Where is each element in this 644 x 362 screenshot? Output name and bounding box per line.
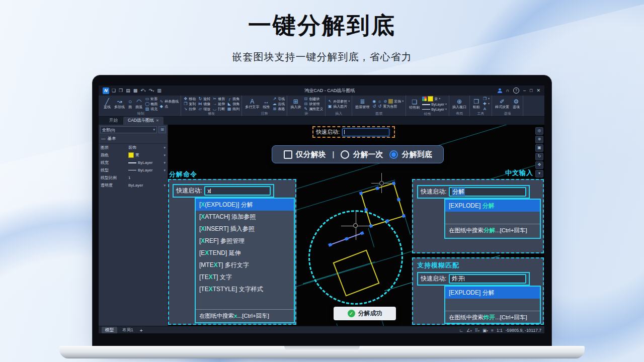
prop-row-ltscale[interactable]: 线型比例 1 xyxy=(99,174,168,182)
save-icon[interactable]: ▤ xyxy=(125,85,131,96)
steering-wheel-icon[interactable]: ◎ xyxy=(535,127,543,135)
mtext-button[interactable]: A多行文字 xyxy=(244,98,260,109)
panel-settings-icon[interactable]: ⊞ xyxy=(158,126,166,133)
match-properties-button[interactable]: ❏特性刷 xyxy=(408,99,421,110)
tool-find-button[interactable]: A xyxy=(482,107,490,111)
options-button[interactable]: ⚙选项 xyxy=(512,98,521,109)
viewbox-icon[interactable]: ▣ xyxy=(535,144,543,152)
zoom-icon[interactable]: ⊕ xyxy=(535,136,543,143)
prop-row-lineweight[interactable]: 线宽 ByLayer ▾ xyxy=(99,159,168,166)
list-item[interactable]: [MTEXT] 多行文字 xyxy=(196,259,294,271)
fillet-button[interactable]: ╭圆角 xyxy=(227,97,239,101)
block-manage-button[interactable]: ⊟块管理 xyxy=(303,102,323,106)
list-item[interactable]: [EXPLODE] 分解 xyxy=(445,287,540,299)
add-layout-button[interactable]: + xyxy=(138,328,144,333)
copy-button[interactable]: ❐复制 xyxy=(183,102,196,106)
table-button[interactable]: ⊞表格 xyxy=(272,107,285,111)
spline-button[interactable]: ∿样条曲线 xyxy=(159,99,179,104)
trim-button[interactable]: ✂修剪 xyxy=(212,97,225,101)
insert-image-button[interactable]: ▣插入图片 xyxy=(328,104,350,109)
prop-row-linetype[interactable]: 线型 ByLayer ▾ xyxy=(99,166,168,174)
close-tab-icon[interactable]: ✕ xyxy=(156,119,159,123)
support-headset-icon[interactable]: ∩ xyxy=(506,88,509,93)
paste-button[interactable]: ❒粘贴 xyxy=(472,98,481,109)
list-item[interactable]: [XINSERT] 插入参照 xyxy=(196,223,294,235)
scale-indicator[interactable]: 1:1 xyxy=(497,328,503,333)
grip-handle[interactable] xyxy=(397,198,400,201)
command-input[interactable]: 炸开 xyxy=(449,274,526,284)
grip-handle[interactable] xyxy=(359,192,363,195)
undo-icon[interactable]: ↶▾ xyxy=(140,85,146,96)
list-item[interactable]: [EXTEND] 延伸 xyxy=(196,247,294,259)
redo-icon[interactable]: ↷▾ xyxy=(148,85,155,96)
chamfer-button[interactable]: ◣倒角 xyxy=(227,102,239,106)
drawing-canvas[interactable]: 快速启动: 仅分解块 | 分解一次 xyxy=(168,125,544,326)
close-button[interactable]: ✕ xyxy=(536,88,540,93)
option-explode-once[interactable]: 分解一次 xyxy=(341,150,383,159)
save-as-icon[interactable]: ▩ xyxy=(133,85,138,96)
create-block-button[interactable]: ⊡创建块 xyxy=(303,97,323,101)
print-icon[interactable]: ▥ xyxy=(156,85,162,96)
point-button[interactable]: ◆点 xyxy=(159,104,179,109)
line-button[interactable]: ╱直线 xyxy=(103,98,112,109)
leader-button[interactable]: ↗引线 xyxy=(272,97,285,101)
insert-block-button[interactable]: ⊞插入块 xyxy=(289,98,302,109)
open-file-icon[interactable]: ❐ xyxy=(118,85,123,96)
hatch-button[interactable]: ▨填充 xyxy=(145,107,157,111)
option-explode-to-bottom[interactable]: 分解到底 xyxy=(389,150,432,159)
nav-more-icon[interactable]: ▾ xyxy=(535,170,543,177)
rectangle-button[interactable]: ▭矩形 xyxy=(145,97,157,101)
prop-row-layer[interactable]: 图层 装饰 ▾ xyxy=(99,144,168,151)
dimension-button[interactable]: ↔线性 xyxy=(262,98,271,109)
scale-button[interactable]: ▱缩放 xyxy=(198,107,210,111)
tool-copy-button[interactable]: ❐▾ xyxy=(482,97,490,101)
option-explode-blocks-only[interactable]: 仅分解块 xyxy=(284,150,326,159)
search-in-drawing-row[interactable]: 在图纸中搜索分解...[Ctrl+回车] xyxy=(445,224,540,237)
prop-row-color[interactable]: 颜色 黄 ▾ xyxy=(99,151,168,159)
tab-drawing[interactable]: CAD战斗图纸 ✕ xyxy=(123,117,164,125)
attribute-define-button[interactable]: ✎属性定义 xyxy=(303,107,323,111)
array-button[interactable]: ▦阵列 xyxy=(227,107,239,111)
user-icon[interactable] xyxy=(498,88,502,93)
maximize-button[interactable]: □ xyxy=(530,88,532,93)
insert-viewport-button[interactable]: ⊕插入视口 xyxy=(451,98,467,109)
list-item[interactable]: [X(EXPLODE)] 分解 xyxy=(196,199,294,211)
style-settings-button[interactable]: ✐样式设置 xyxy=(494,98,510,109)
linetype-dropdown[interactable]: ByLayer▾ xyxy=(422,107,447,112)
tab-home[interactable]: 开始 xyxy=(105,117,122,125)
selection-filter-dropdown[interactable]: 全部(0) ▾ xyxy=(100,126,157,133)
quick-launch-input[interactable] xyxy=(342,128,389,136)
command-input[interactable]: 分解 xyxy=(449,187,526,197)
new-file-icon[interactable]: ❏ xyxy=(111,85,116,96)
tab-model[interactable]: 模型 xyxy=(102,327,117,333)
search-in-drawing-row[interactable]: 在图纸中搜索x...[Ctrl+回车] xyxy=(196,309,294,322)
minimize-button[interactable]: – xyxy=(523,88,526,93)
move-button[interactable]: ✥移动 xyxy=(183,97,196,101)
properties-section-basic[interactable]: — 基本 xyxy=(99,134,168,144)
command-input[interactable]: x xyxy=(204,186,271,196)
ellipse-button[interactable]: ◯椭圆 xyxy=(145,102,157,106)
grip-handle[interactable] xyxy=(385,219,389,223)
xref-button[interactable]: ↖外部参照▾ xyxy=(328,99,350,104)
arc-button[interactable]: ◠圆弧 xyxy=(134,98,143,109)
lineweight-dropdown[interactable]: ByLayer▾ xyxy=(422,102,447,107)
revcloud-button[interactable]: ☁云线 xyxy=(272,102,285,106)
break-button[interactable]: ◡打断 xyxy=(212,107,225,111)
polar-tracking-icon[interactable]: ∠▾ xyxy=(466,328,472,333)
tool-select-button[interactable]: ✚▾ xyxy=(482,102,490,106)
list-item[interactable]: [XREF] 参照管理 xyxy=(196,235,294,247)
grid-snap-icon[interactable]: ⠿▾ xyxy=(475,328,479,333)
tab-layout1[interactable]: 布局1 xyxy=(119,327,137,333)
list-item[interactable]: [TEXT] 文字 xyxy=(196,271,294,283)
search-in-drawing-row[interactable]: 在图纸中搜索炸开...[Ctrl+回车] xyxy=(445,311,540,324)
object-snap-icon[interactable]: ▣▾ xyxy=(482,328,488,333)
grip-handle[interactable] xyxy=(392,182,395,185)
orbit-icon[interactable]: ↻ xyxy=(535,153,543,160)
mirror-button[interactable]: ⋈镜像 xyxy=(198,102,210,106)
set-current-layer-button[interactable]: ↺ ↺ 置为当前 xyxy=(372,104,404,109)
layer-manager-button[interactable]: ≣图层管理 xyxy=(354,98,370,109)
rotate-button[interactable]: ↻旋转 xyxy=(198,97,210,101)
circle-button[interactable]: ○圆 xyxy=(127,98,133,109)
list-item[interactable]: [XATTACH] 添加参照 xyxy=(196,211,294,223)
prop-row-transparency[interactable]: 透明度 ByLayer ▾ xyxy=(99,182,168,189)
